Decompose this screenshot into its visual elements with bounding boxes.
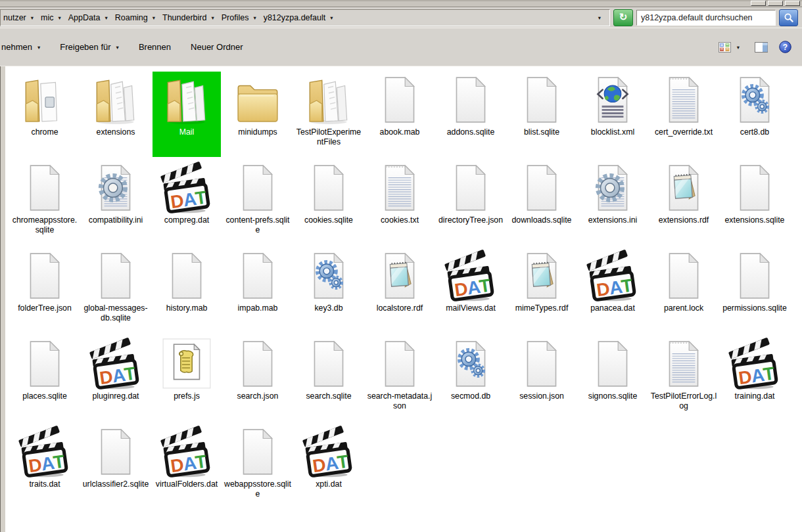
close-button[interactable] <box>785 1 800 6</box>
page-blank-icon <box>231 249 285 303</box>
file-label: signons.sqlite <box>588 391 638 401</box>
file-item[interactable]: prefs.js <box>153 336 221 421</box>
file-label: extensions.rdf <box>659 215 709 225</box>
file-item[interactable]: compatibility.ini <box>82 160 150 245</box>
file-label: blist.sqlite <box>524 127 559 137</box>
chevron-down-icon[interactable]: ▾ <box>153 14 155 21</box>
page-gears-icon <box>728 73 782 127</box>
breadcrumb-segment[interactable]: AppData ▾ <box>68 13 108 22</box>
refresh-button[interactable]: ↻ <box>613 9 633 26</box>
file-item[interactable]: webappsstore.sqlite <box>224 424 292 509</box>
file-item[interactable]: permissions.sqlite <box>720 248 789 333</box>
breadcrumb-segment[interactable]: Profiles ▾ <box>222 13 256 22</box>
chevron-down-icon[interactable]: ▾ <box>330 14 333 21</box>
preview-pane-icon[interactable] <box>755 42 768 53</box>
file-item[interactable]: history.mab <box>153 248 221 333</box>
toolbar-item[interactable]: Freigeben für ▾ <box>50 42 129 52</box>
file-label: abook.mab <box>380 127 420 137</box>
file-item[interactable]: signons.sqlite <box>578 336 647 421</box>
search-button[interactable] <box>779 9 798 26</box>
file-item[interactable]: secmod.db <box>436 336 505 421</box>
file-item[interactable]: session.json <box>507 336 576 421</box>
file-item[interactable]: mimeTypes.rdf <box>507 248 576 333</box>
help-icon[interactable]: ? <box>779 41 791 53</box>
file-item[interactable]: pluginreg.dat <box>82 336 150 421</box>
file-item[interactable]: extensions.rdf <box>649 160 718 245</box>
file-item[interactable]: search.json <box>224 336 292 421</box>
file-item[interactable]: cookies.sqlite <box>295 160 363 245</box>
address-history-dropdown[interactable]: ▾ <box>592 14 607 21</box>
file-item[interactable]: impab.mab <box>224 248 292 333</box>
toolbar-item[interactable]: Neuer Ordner ▾ <box>181 42 252 52</box>
page-blank-icon <box>728 249 782 303</box>
file-item[interactable]: cookies.txt <box>366 160 434 245</box>
chevron-down-icon[interactable]: ▾ <box>253 14 256 21</box>
file-item[interactable]: compreg.dat <box>153 160 221 245</box>
file-item[interactable]: xpti.dat <box>295 424 363 509</box>
chevron-down-icon[interactable]: ▾ <box>105 14 107 21</box>
svg-text:?: ? <box>783 43 788 52</box>
file-item[interactable]: Mail <box>153 72 221 157</box>
file-item[interactable]: search.sqlite <box>295 336 363 421</box>
toolbar-item[interactable]: nehmen ▾ <box>0 42 50 52</box>
breadcrumb-segment[interactable]: nutzer ▾ <box>3 13 34 22</box>
file-item[interactable]: key3.db <box>295 248 363 333</box>
file-item[interactable]: extensions.ini <box>578 160 647 245</box>
file-item[interactable]: chromeappsstore.sqlite <box>11 160 79 245</box>
file-item[interactable]: traits.dat <box>11 424 79 509</box>
file-item[interactable]: training.dat <box>720 336 789 421</box>
title-bar <box>0 0 802 7</box>
file-item[interactable]: search-metadata.json <box>366 336 434 421</box>
folder-plain-icon <box>231 73 285 127</box>
file-label: secmod.db <box>451 391 490 401</box>
page-blank-icon <box>231 161 285 215</box>
file-item[interactable]: panacea.dat <box>578 248 647 333</box>
chevron-down-icon[interactable]: ▾ <box>31 14 34 21</box>
file-item[interactable]: content-prefs.sqlite <box>224 160 292 245</box>
file-item[interactable]: virtualFolders.dat <box>153 424 221 509</box>
views-dropdown-icon[interactable]: ▾ <box>737 44 740 51</box>
file-label: pluginreg.dat <box>92 391 139 401</box>
page-blank-icon <box>515 161 569 215</box>
file-item[interactable]: extensions.sqlite <box>720 160 789 245</box>
file-label: mailViews.dat <box>446 303 496 313</box>
file-item[interactable]: cert8.db <box>720 72 789 157</box>
file-item[interactable]: places.sqlite <box>11 336 79 421</box>
file-item[interactable]: parent.lock <box>649 248 718 333</box>
file-item[interactable]: minidumps <box>224 72 292 157</box>
file-item[interactable]: abook.mab <box>366 72 434 157</box>
toolbar-item[interactable]: Brennen ▾ <box>129 42 181 52</box>
chevron-down-icon[interactable]: ▾ <box>211 14 214 21</box>
file-label: addons.sqlite <box>447 127 494 137</box>
file-label: downloads.sqlite <box>512 215 572 225</box>
file-item[interactable]: blist.sqlite <box>507 72 576 157</box>
file-item[interactable]: chrome <box>11 72 79 157</box>
gear-ini-icon <box>586 161 640 215</box>
breadcrumb-segment[interactable]: mic ▾ <box>41 13 61 22</box>
file-item[interactable]: extensions <box>82 72 150 157</box>
maximize-button[interactable] <box>768 1 783 6</box>
minimize-button[interactable] <box>751 1 766 6</box>
file-item[interactable]: directoryTree.json <box>436 160 505 245</box>
file-label: extensions <box>97 127 135 137</box>
file-item[interactable]: TestPilotExperimentFiles <box>295 72 363 157</box>
file-item[interactable]: global-messages-db.sqlite <box>82 248 150 333</box>
page-blank-icon <box>302 337 356 391</box>
views-grid-icon[interactable] <box>719 42 731 53</box>
page-notepad-icon <box>373 249 427 303</box>
breadcrumb-segment[interactable]: Roaming ▾ <box>115 13 155 22</box>
file-item[interactable]: addons.sqlite <box>436 72 505 157</box>
file-item[interactable]: cert_override.txt <box>649 72 718 157</box>
breadcrumb-segment[interactable]: Thunderbird ▾ <box>162 13 214 22</box>
breadcrumb-label: mic <box>41 13 53 22</box>
file-item[interactable]: mailViews.dat <box>436 248 505 333</box>
file-item[interactable]: downloads.sqlite <box>507 160 576 245</box>
file-item[interactable]: folderTree.json <box>11 248 79 333</box>
search-input[interactable] <box>637 13 775 22</box>
breadcrumb-segment[interactable]: y812yzpa.default ▾ <box>264 13 333 22</box>
file-item[interactable]: TestPilotErrorLog.log <box>649 336 718 421</box>
file-item[interactable]: urlclassifier2.sqlite <box>82 424 150 509</box>
file-item[interactable]: localstore.rdf <box>366 248 434 333</box>
file-item[interactable]: blocklist.xml <box>578 72 647 157</box>
chevron-down-icon[interactable]: ▾ <box>58 14 60 21</box>
